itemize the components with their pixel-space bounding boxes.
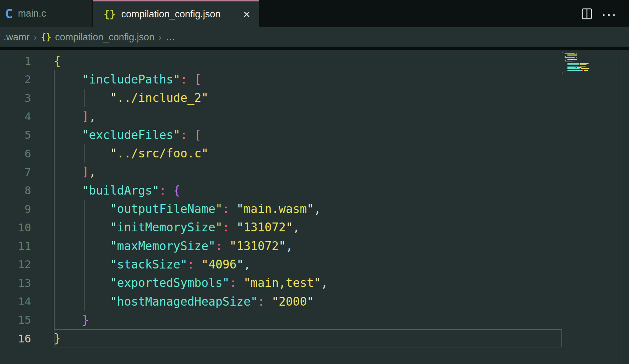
line-number[interactable]: 4 xyxy=(0,110,31,123)
breadcrumb-symbol-more[interactable]: … xyxy=(166,32,175,43)
code-line[interactable]: 2 "includePaths": [ xyxy=(0,70,629,88)
code-text: ], xyxy=(31,165,96,179)
code-text: "stackSize": "4096", xyxy=(31,258,250,271)
code-line[interactable]: 4 ], xyxy=(0,107,629,126)
line-number[interactable]: 15 xyxy=(0,313,31,326)
line-number[interactable]: 3 xyxy=(0,92,31,104)
minimap-scrollbar-divider xyxy=(618,50,618,364)
line-number[interactable]: 13 xyxy=(0,277,31,289)
json-braces-icon: {} xyxy=(104,10,116,19)
minimap-line xyxy=(562,72,617,74)
code-lines: 1{2 "includePaths": [3 "../include_2"4 ]… xyxy=(0,52,629,348)
line-number[interactable]: 11 xyxy=(0,239,31,252)
code-text: "exportedSymbols": "main,test", xyxy=(31,276,328,290)
code-line[interactable]: 5 "excludeFiles": [ xyxy=(0,126,629,144)
code-text: "buildArgs": { xyxy=(31,184,180,197)
breadcrumb-shadow xyxy=(0,47,629,50)
line-number[interactable]: 10 xyxy=(0,221,31,234)
code-line[interactable]: 3 "../include_2" xyxy=(0,89,629,107)
code-text: } xyxy=(31,331,61,345)
line-number[interactable]: 14 xyxy=(0,295,31,308)
code-line[interactable]: 6 "../src/foo.c" xyxy=(0,144,629,162)
code-line[interactable]: 15 } xyxy=(0,311,629,329)
code-line[interactable]: 11 "maxMemorySize": "131072", xyxy=(0,237,629,255)
line-number[interactable]: 7 xyxy=(0,166,31,178)
code-text: "../include_2" xyxy=(31,91,208,105)
tab-label: main.c xyxy=(18,8,46,19)
line-number[interactable]: 5 xyxy=(0,128,31,141)
code-text: } xyxy=(31,313,89,327)
code-line[interactable]: 9 "outputFileName": "main.wasm", xyxy=(0,200,629,218)
line-number[interactable]: 8 xyxy=(0,184,31,197)
chevron-right-icon: › xyxy=(34,32,37,42)
code-text: "excludeFiles": [ xyxy=(31,128,201,142)
code-editor[interactable]: 1{2 "includePaths": [3 "../include_2"4 ]… xyxy=(0,50,629,364)
code-line[interactable]: 12 "stackSize": "4096", xyxy=(0,255,629,273)
breadcrumb-folder[interactable]: .wamr xyxy=(4,32,30,43)
line-number[interactable]: 6 xyxy=(0,147,31,160)
code-text: "includePaths": [ xyxy=(31,73,201,86)
tab-label: compilation_config.json xyxy=(121,9,221,20)
editor-tab-bar: C main.c {} compilation_config.json ✕ xyxy=(0,0,629,27)
code-line[interactable]: 1{ xyxy=(0,52,629,70)
code-text: { xyxy=(31,54,61,68)
code-text: "hostManagedHeapSize": "2000" xyxy=(31,295,314,308)
chevron-right-icon: › xyxy=(158,32,161,42)
code-text: "initMemorySize": "131072", xyxy=(31,220,300,234)
code-line[interactable]: 16} xyxy=(0,329,629,347)
breadcrumb-file[interactable]: compilation_config.json xyxy=(55,32,155,43)
code-text: "../src/foo.c" xyxy=(31,146,208,160)
tab-compilation-config-json[interactable]: {} compilation_config.json ✕ xyxy=(93,0,259,27)
line-number[interactable]: 1 xyxy=(0,54,31,67)
tab-main-c[interactable]: C main.c xyxy=(0,0,92,27)
close-tab-icon[interactable]: ✕ xyxy=(243,10,250,19)
code-line[interactable]: 10 "initMemorySize": "131072", xyxy=(0,218,629,237)
json-braces-icon: {} xyxy=(41,33,51,41)
code-line[interactable]: 7 ], xyxy=(0,163,629,181)
code-line[interactable]: 13 "exportedSymbols": "main,test", xyxy=(0,274,629,292)
minimap[interactable] xyxy=(562,52,617,74)
ellipsis-icon[interactable] xyxy=(603,11,615,16)
line-number[interactable]: 2 xyxy=(0,73,31,86)
split-editor-icon[interactable] xyxy=(582,8,592,20)
code-text: "maxMemorySize": "131072", xyxy=(31,239,293,253)
line-number[interactable]: 12 xyxy=(0,258,31,271)
line-number[interactable]: 16 xyxy=(0,332,31,345)
code-line[interactable]: 8 "buildArgs": { xyxy=(0,181,629,200)
editor-actions xyxy=(582,0,615,27)
code-line[interactable]: 14 "hostManagedHeapSize": "2000" xyxy=(0,292,629,311)
code-text: ], xyxy=(31,110,96,123)
line-number[interactable]: 9 xyxy=(0,203,31,215)
code-text: "outputFileName": "main.wasm", xyxy=(31,202,321,216)
c-language-icon: C xyxy=(5,7,13,20)
vscode-editor-window: C main.c {} compilation_config.json ✕ .w… xyxy=(0,0,629,364)
breadcrumb: .wamr › {} compilation_config.json › … xyxy=(0,27,629,47)
